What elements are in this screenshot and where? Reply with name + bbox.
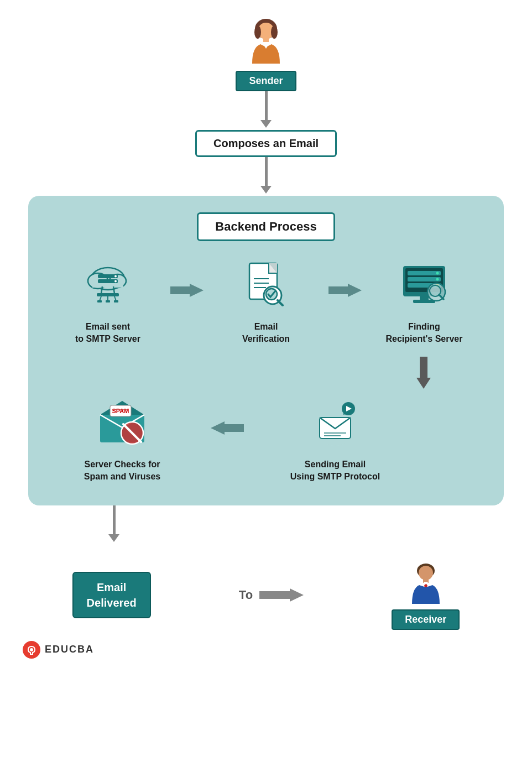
- svg-line-18: [114, 296, 116, 301]
- to-label: To: [239, 588, 253, 602]
- sender-label: Sender: [236, 71, 296, 91]
- educba-icon: [23, 641, 40, 659]
- sending-smtp-icon: [307, 395, 363, 451]
- svg-point-11: [114, 275, 117, 278]
- email-delivered-box: Email Delivered: [72, 572, 151, 618]
- email-verification-icon: [238, 258, 294, 313]
- svg-point-36: [436, 278, 439, 281]
- backend-container: Backend Process: [28, 196, 504, 505]
- svg-rect-4: [263, 38, 269, 42]
- arrow-down-right: [415, 357, 432, 390]
- svg-rect-15: [97, 293, 119, 296]
- educba-text: EDUCBA: [45, 644, 94, 655]
- svg-point-12: [114, 280, 117, 283]
- smtp-server-icon: [80, 258, 135, 313]
- sending-smtp-label: Sending Email Using SMTP Protocol: [290, 458, 380, 483]
- finding-recipient-label: Finding Recipient's Server: [386, 321, 463, 346]
- svg-point-34: [436, 272, 439, 275]
- finding-recipient-icon: [397, 258, 452, 313]
- svg-point-2: [254, 25, 261, 39]
- arrow-down-delivered: [108, 505, 119, 544]
- svg-marker-22: [170, 284, 204, 297]
- svg-marker-51: [211, 421, 244, 435]
- receiver-section: Receiver: [392, 561, 460, 630]
- receiver-person-icon: [404, 561, 448, 605]
- bottom-section: Email Delivered To: [28, 561, 504, 630]
- arrow-smtp-to-verify: [170, 282, 204, 299]
- arrow-backend-to-delivered: [28, 505, 504, 544]
- smtp-server-item: Email sent to SMTP Server: [53, 258, 163, 346]
- arrow-sending-to-spam: [189, 420, 244, 436]
- email-verification-label: Email Verification: [242, 321, 290, 346]
- sender-section: Sender: [236, 17, 296, 91]
- svg-point-61: [419, 566, 433, 580]
- diagram-wrapper: Sender Composes an Email Backend Process: [23, 17, 509, 659]
- arrow-verify-to-finding: [328, 282, 362, 299]
- spam-check-icon: SPAM: [95, 395, 150, 451]
- educba-logo: EDUCBA: [23, 641, 493, 659]
- svg-text:SPAM: SPAM: [112, 408, 129, 414]
- email-verification-item: Email Verification: [211, 258, 321, 346]
- svg-rect-33: [408, 271, 441, 275]
- backend-title: Backend Process: [197, 212, 335, 241]
- sending-smtp-item: Sending Email Using SMTP Protocol: [280, 395, 390, 483]
- spam-check-label: Server Checks for Spam and Viruses: [84, 458, 160, 483]
- svg-point-3: [271, 25, 278, 39]
- svg-rect-21: [114, 300, 118, 302]
- smtp-server-label: Email sent to SMTP Server: [75, 321, 140, 346]
- arrow-to-receiver: [259, 587, 304, 603]
- svg-marker-30: [328, 284, 362, 297]
- flow-row-2: SPAM Server Checks for Spam and Viruses: [50, 395, 482, 483]
- to-arrow-section: To: [239, 587, 304, 603]
- svg-rect-20: [106, 300, 110, 302]
- svg-rect-19: [97, 300, 102, 302]
- sender-person-icon: [241, 17, 291, 66]
- arrow-sender-to-composes: [260, 91, 272, 130]
- svg-line-16: [100, 296, 101, 301]
- svg-marker-59: [259, 588, 304, 602]
- spam-check-item: SPAM Server Checks for Spam and Viruses: [67, 395, 178, 483]
- svg-point-64: [30, 648, 33, 651]
- composes-email-box: Composes an Email: [195, 130, 337, 157]
- finding-recipient-item: Finding Recipient's Server: [369, 258, 479, 346]
- receiver-label: Receiver: [392, 609, 460, 630]
- svg-rect-35: [408, 277, 441, 281]
- arrow-composes-to-backend: [260, 157, 272, 196]
- arrow-finding-to-sending: [50, 357, 482, 390]
- diagram-container: Sender Composes an Email Backend Process: [23, 17, 509, 630]
- flow-row-1: Email sent to SMTP Server: [50, 258, 482, 346]
- educba-logo-svg: [26, 644, 37, 655]
- svg-marker-44: [416, 357, 431, 389]
